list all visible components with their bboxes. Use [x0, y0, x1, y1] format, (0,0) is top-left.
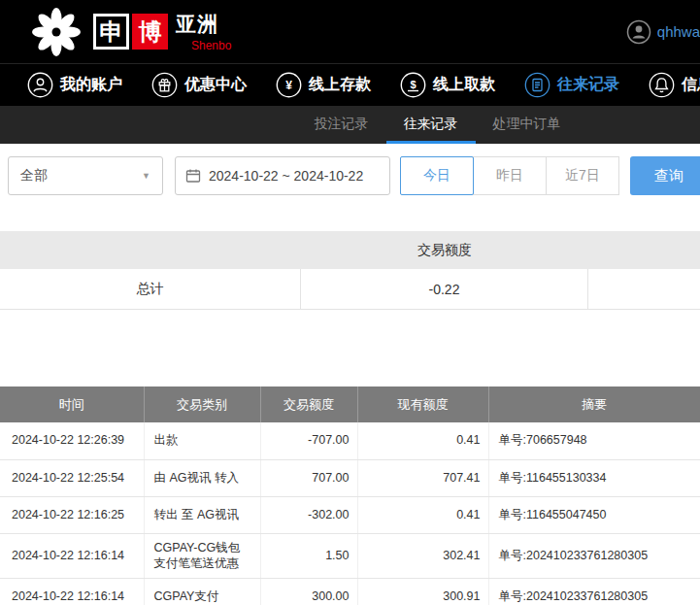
cell-time: 2024-10-22 12:16:14 [0, 533, 144, 579]
table-row: 2024-10-22 12:25:54 由 AG视讯 转入 707.00 707… [0, 459, 700, 496]
table-row: 2024-10-22 12:16:25 转出 至 AG视讯 -302.00 0.… [0, 496, 700, 533]
cell-balance: 0.41 [357, 422, 488, 459]
cell-balance: 302.41 [357, 533, 488, 579]
table-row: 2024-10-22 12:16:14 CGPAY-CG钱包支付笔笔送优惠 1.… [0, 533, 700, 579]
cell-memo: 单号:706657948 [488, 422, 700, 459]
col-header-balance: 现有额度 [357, 387, 488, 422]
nav-item-label: 线上存款 [309, 75, 371, 95]
cell-time: 2024-10-22 12:26:39 [0, 422, 144, 459]
nav-item-label: 优惠中心 [184, 75, 247, 95]
summary-total-label: 总计 [0, 269, 301, 309]
brand-subtitle: Shenbo [191, 39, 231, 52]
withdraw-icon: $ [400, 72, 426, 98]
svg-text:¥: ¥ [285, 79, 292, 92]
cell-balance: 300.91 [357, 579, 488, 605]
records-table: 时间 交易类别 交易额度 现有额度 摘要 2024-10-22 12:26:39… [0, 387, 700, 605]
cell-memo: 单号:202410233761280305 [488, 533, 700, 579]
date-range-input[interactable]: 2024-10-22 ~ 2024-10-22 [175, 156, 390, 195]
col-header-amount: 交易额度 [260, 387, 357, 422]
brand-char-bo: 博 [132, 14, 168, 50]
cell-amount: 300.00 [260, 579, 357, 605]
cell-amount: -707.00 [260, 422, 357, 459]
bell-icon [649, 72, 675, 98]
brand-region: 亚洲 [176, 11, 231, 38]
summary-total-row: 总计 -0.22 [0, 269, 700, 310]
cell-memo: 单号:116455047450 [488, 496, 700, 533]
tab-transaction-records[interactable]: 往来记录 [386, 106, 476, 144]
nav-item-messages[interactable]: 信息 [649, 72, 700, 98]
col-header-type: 交易类别 [144, 387, 260, 422]
today-button[interactable]: 今日 [400, 156, 474, 195]
summary-header: 交易额度 [301, 231, 588, 269]
nav-item-label: 线上取款 [433, 75, 495, 95]
gift-icon [151, 72, 178, 98]
svg-text:$: $ [410, 79, 416, 90]
cell-memo: 单号:202410233761280305 [488, 579, 700, 605]
summary-table: 交易额度 总计 -0.22 [0, 231, 700, 310]
tab-processing-orders[interactable]: 处理中订单 [476, 106, 579, 144]
cell-type: 出款 [144, 422, 260, 459]
cell-amount: 707.00 [260, 459, 357, 496]
last7days-button[interactable]: 近7日 [546, 156, 619, 195]
table-header-row: 时间 交易类别 交易额度 现有额度 摘要 [0, 387, 700, 422]
cell-type: 由 AG视讯 转入 [144, 459, 260, 496]
flower-logo-icon [31, 7, 82, 57]
cell-type: CGPAY-CG钱包支付笔笔送优惠 [144, 533, 260, 579]
cell-time: 2024-10-22 12:25:54 [0, 459, 144, 496]
nav-item-online-withdraw[interactable]: $ 线上取款 [400, 72, 495, 98]
col-header-time: 时间 [0, 387, 144, 422]
username[interactable]: qhhwa [657, 23, 700, 40]
type-select[interactable]: 全部 ▼ [8, 156, 163, 195]
brand-logo[interactable]: 申 博 [93, 14, 168, 50]
query-button[interactable]: 查询 [630, 156, 700, 195]
quick-date-buttons: 今日 昨日 近7日 [400, 156, 619, 195]
date-range-value: 2024-10-22 ~ 2024-10-22 [209, 168, 363, 184]
type-select-value: 全部 [20, 167, 48, 185]
user-avatar-icon [626, 19, 651, 45]
cell-amount: 1.50 [260, 533, 357, 579]
brand-text: 亚洲 Shenbo [176, 11, 231, 52]
tab-bet-records[interactable]: 投注记录 [297, 106, 386, 144]
nav-item-label: 往来记录 [557, 75, 619, 95]
cell-time: 2024-10-22 12:16:25 [0, 496, 144, 533]
nav-item-label: 信息 [682, 75, 700, 95]
col-header-memo: 摘要 [488, 387, 700, 422]
user-account[interactable]: qhhwa [626, 0, 700, 63]
deposit-icon: ¥ [276, 72, 302, 98]
nav-item-promo-center[interactable]: 优惠中心 [151, 72, 247, 98]
nav-item-transaction-records[interactable]: 往来记录 [524, 72, 619, 98]
brand-char-shen: 申 [93, 14, 129, 50]
cell-memo: 单号:116455130334 [488, 459, 700, 496]
sub-nav: 投注记录 往来记录 处理中订单 [0, 106, 700, 144]
calendar-icon [185, 168, 201, 184]
main-nav: 我的账户 优惠中心 ¥ 线上存款 $ 线上取款 往来记录 [0, 63, 700, 106]
summary-total-value: -0.22 [301, 269, 588, 309]
chevron-down-icon: ▼ [142, 171, 150, 181]
cell-time: 2024-10-22 12:16:14 [0, 579, 144, 605]
table-row: 2024-10-22 12:26:39 出款 -707.00 0.41 单号:7… [0, 422, 700, 459]
summary-header-row: 交易额度 [0, 231, 700, 269]
cell-type: CGPAY支付 [144, 579, 260, 605]
nav-item-label: 我的账户 [60, 75, 122, 95]
cell-type: 转出 至 AG视讯 [144, 496, 260, 533]
filter-bar: 全部 ▼ 2024-10-22 ~ 2024-10-22 今日 昨日 近7日 查… [0, 144, 700, 209]
table-row: 2024-10-22 12:16:14 CGPAY支付 300.00 300.9… [0, 579, 700, 605]
records-icon [524, 72, 550, 98]
cell-balance: 707.41 [357, 459, 488, 496]
top-header: 申 博 亚洲 Shenbo qhhwa [0, 0, 700, 63]
yesterday-button[interactable]: 昨日 [473, 156, 547, 195]
nav-item-my-account[interactable]: 我的账户 [27, 72, 122, 98]
user-icon [27, 72, 53, 98]
nav-item-online-deposit[interactable]: ¥ 线上存款 [276, 72, 371, 98]
cell-amount: -302.00 [260, 496, 357, 533]
cell-balance: 0.41 [357, 496, 488, 533]
